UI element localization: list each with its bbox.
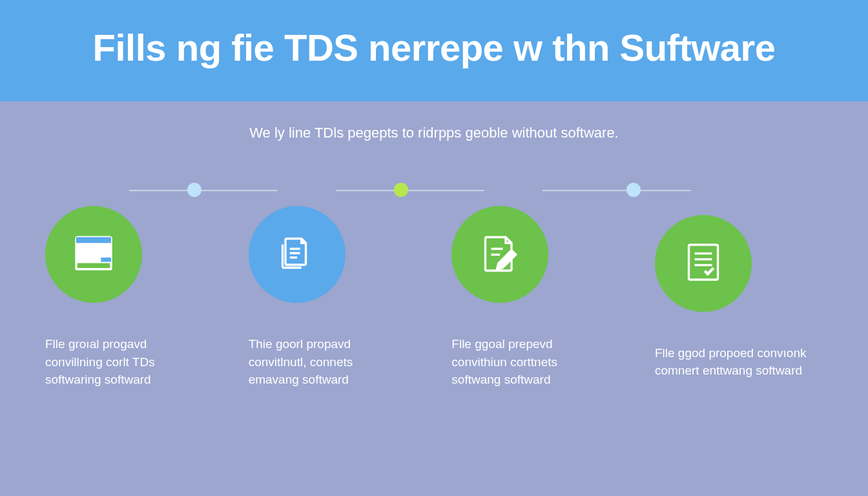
connector-dot [626, 183, 641, 197]
step-caption: Flle ggoal prepevd convithiun corttnets … [451, 335, 606, 389]
document-box-icon [70, 230, 117, 279]
document-edit-icon [477, 230, 523, 279]
step-caption: Thie goorl propavd convitlnutl, connets … [249, 335, 404, 389]
connector-line [129, 190, 278, 191]
connector-line [542, 190, 691, 191]
svg-rect-1 [76, 237, 111, 243]
step-3: Flle ggoal prepevd convithiun corttnets … [451, 206, 619, 389]
flow-row: Flle groıal progavd convillning corlt TD… [45, 206, 823, 389]
subtitle-text: We ly line TDls pegepts to ridrpps geobl… [0, 125, 868, 141]
svg-rect-3 [101, 258, 111, 262]
files-stack-icon [274, 230, 320, 279]
page-title: Fills ng fie TDS nerrepe w thn Suftware [39, 26, 829, 69]
step-caption: Flle groıal progavd convillning corlt TD… [45, 335, 200, 389]
process-flow: Flle groıal progavd convillning corlt TD… [0, 141, 868, 496]
step-caption: Flle ggod propoed convıonk comnert enttw… [655, 344, 810, 380]
document-list-icon [680, 239, 727, 288]
step-circle [451, 206, 548, 303]
step-circle [655, 215, 752, 312]
step-2: Thie goorl propavd convitlnutl, connets … [249, 206, 417, 389]
connector-dot [394, 183, 408, 197]
svg-rect-9 [688, 245, 718, 280]
subtitle-wrap: We ly line TDls pegepts to ridrpps geobl… [0, 101, 868, 141]
step-circle [45, 206, 142, 303]
header-banner: Fills ng fie TDS nerrepe w thn Suftware [0, 0, 868, 101]
svg-rect-2 [76, 262, 111, 269]
step-4: Flle ggod propoed convıonk comnert enttw… [655, 215, 823, 380]
step-circle [249, 206, 346, 303]
connector-line [336, 190, 484, 191]
connector-dot [187, 183, 202, 197]
step-1: Flle groıal progavd convillning corlt TD… [45, 206, 213, 389]
